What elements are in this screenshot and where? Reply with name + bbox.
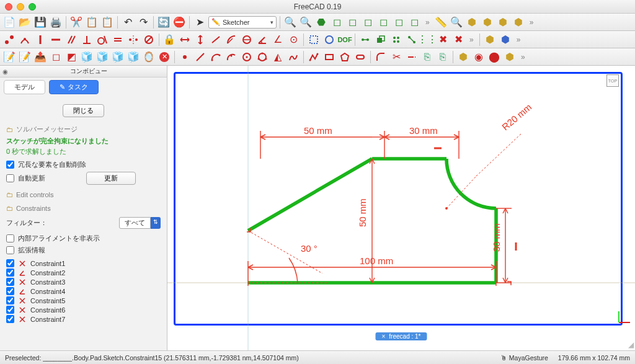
- copy-sketch-icon[interactable]: [389, 33, 403, 47]
- cube-right-icon[interactable]: ⬢: [512, 16, 525, 29]
- toggle-construction-icon[interactable]: [307, 33, 321, 47]
- constr-internal-icon[interactable]: ⊙: [286, 33, 300, 47]
- mirror-sketch-icon[interactable]: 🪞: [142, 50, 156, 64]
- constraints-header[interactable]: 🗀 Constraints: [6, 205, 161, 212]
- constr-tangent-icon[interactable]: [95, 33, 109, 47]
- refresh-icon[interactable]: 🔄: [157, 16, 171, 29]
- constraint-checkbox[interactable]: [6, 296, 14, 304]
- point-icon[interactable]: [178, 50, 192, 64]
- arc-icon[interactable]: [209, 50, 223, 64]
- close-window-button[interactable]: [5, 3, 12, 11]
- constr-distanceY-icon[interactable]: [193, 33, 207, 47]
- array-icon[interactable]: ⋮⋮: [420, 33, 434, 47]
- view-section-icon[interactable]: ◩: [64, 50, 78, 64]
- view-rear-icon[interactable]: ◻: [376, 16, 390, 29]
- minimize-window-button[interactable]: [17, 3, 24, 11]
- file-open-icon[interactable]: 📂: [18, 16, 32, 29]
- circle-3p-icon[interactable]: [255, 50, 269, 64]
- toolbar3-more-icon[interactable]: »: [518, 53, 528, 61]
- constr-equal-icon[interactable]: [111, 33, 125, 47]
- solver-messages-header[interactable]: 🗀 ソルバーメッセージ: [6, 125, 161, 134]
- polyline-icon[interactable]: [307, 50, 321, 64]
- reorient-icon[interactable]: 🧊: [95, 50, 109, 64]
- measure-icon[interactable]: 📏: [434, 16, 448, 29]
- workbench-selector[interactable]: ✏️ Sketcher ▾: [208, 16, 277, 29]
- toggle-driving-icon[interactable]: [322, 33, 336, 47]
- undo-icon[interactable]: ↶: [121, 16, 135, 29]
- constr-vertical-icon[interactable]: [33, 33, 47, 47]
- connect-icon[interactable]: [358, 33, 372, 47]
- file-new-icon[interactable]: 📄: [2, 16, 16, 29]
- constr-horizontal-icon[interactable]: [49, 33, 63, 47]
- filter-select-arrows-icon[interactable]: ⇅: [151, 217, 161, 229]
- redo-icon[interactable]: ↷: [136, 16, 150, 29]
- constraint-item[interactable]: Constraint6: [6, 305, 161, 314]
- filter-select[interactable]: すべて: [119, 217, 151, 229]
- external-icon[interactable]: ⎘: [420, 50, 434, 64]
- toolbar2-more2-icon[interactable]: »: [514, 35, 523, 44]
- constraint-checkbox[interactable]: [6, 306, 14, 314]
- cut-icon[interactable]: ✂️: [69, 16, 83, 29]
- constraint-checkbox[interactable]: [6, 287, 14, 295]
- update-button[interactable]: 更新: [86, 172, 136, 185]
- constr-symmetric-icon[interactable]: [127, 33, 140, 47]
- view-top-icon[interactable]: ◻: [345, 16, 359, 29]
- close-task-button[interactable]: 閉じる: [63, 104, 104, 117]
- hide-internal-checkbox[interactable]: [6, 234, 14, 242]
- edit-controls-header[interactable]: 🗀 Edit controls: [6, 191, 161, 198]
- constraint-checkbox[interactable]: [6, 269, 14, 277]
- cube-top-icon[interactable]: ⬢: [496, 16, 510, 29]
- circle-icon[interactable]: [240, 50, 254, 64]
- copy-icon[interactable]: 📋: [85, 16, 99, 29]
- constraint-item[interactable]: Constraint7: [6, 314, 161, 324]
- constr-parallel-icon[interactable]: [64, 33, 78, 47]
- constr-block-icon[interactable]: [142, 33, 156, 47]
- move-icon[interactable]: [405, 33, 419, 47]
- viewport-3d[interactable]: TOP: [167, 66, 635, 350]
- zoom-all-icon[interactable]: 🔍: [299, 16, 313, 29]
- part-sphere-icon[interactable]: ⬤: [487, 50, 501, 64]
- view-left-icon[interactable]: ◻: [407, 16, 421, 29]
- view-right-icon[interactable]: ◻: [361, 16, 375, 29]
- maximize-window-button[interactable]: [29, 3, 36, 11]
- constraint-checkbox[interactable]: [6, 259, 14, 267]
- map-sketch-icon[interactable]: 🧊: [80, 50, 94, 64]
- zoom-fit-icon[interactable]: 🔍: [283, 16, 297, 29]
- constr-diameter-icon[interactable]: [240, 33, 254, 47]
- close-doc-icon[interactable]: ×: [382, 333, 386, 340]
- status-nav-style[interactable]: 🖱 MayaGesture: [500, 354, 548, 362]
- extend-icon[interactable]: [405, 50, 419, 64]
- clone-icon[interactable]: [374, 33, 388, 47]
- delete-constr-icon[interactable]: ✖: [436, 33, 450, 47]
- view-sketch-icon[interactable]: ◻: [49, 50, 63, 64]
- dim-100mm-label[interactable]: 100 mm: [360, 255, 393, 266]
- constraint-checkbox[interactable]: [6, 315, 14, 323]
- toolbar-more-icon[interactable]: »: [423, 18, 432, 27]
- constr-angle-icon[interactable]: [255, 33, 269, 47]
- cube-iso-icon[interactable]: ⬢: [465, 16, 479, 29]
- dim-50mm-v-label[interactable]: 50 mm: [357, 198, 368, 227]
- view-iso-icon[interactable]: ⬣: [314, 16, 328, 29]
- leave-sketch-icon[interactable]: 📤: [33, 50, 47, 64]
- merge-icon[interactable]: 🧊: [127, 50, 140, 64]
- ext-info-checkbox[interactable]: [6, 246, 14, 254]
- tab-model[interactable]: モデル: [4, 80, 45, 94]
- constraint-item[interactable]: Constraint5: [6, 296, 161, 305]
- fillet-icon[interactable]: [374, 50, 388, 64]
- stop-icon[interactable]: ⛔: [172, 16, 186, 29]
- polygon-icon[interactable]: [338, 50, 352, 64]
- constraint-item[interactable]: Constraint3: [6, 277, 161, 286]
- new-sketch-icon[interactable]: 📝: [2, 50, 16, 64]
- part-body-icon[interactable]: ⬢: [499, 33, 512, 47]
- toolbar2-more-icon[interactable]: »: [467, 35, 476, 44]
- resize-grip-icon[interactable]: ◢: [628, 340, 634, 349]
- auto-remove-redundant-checkbox[interactable]: [6, 161, 14, 169]
- delete-geom-icon[interactable]: ✖: [451, 33, 465, 47]
- slot-icon[interactable]: [353, 50, 367, 64]
- part-workbench-icon[interactable]: ⬢: [483, 33, 497, 47]
- line-icon[interactable]: [193, 50, 207, 64]
- zoom-in-icon[interactable]: 🔍: [450, 16, 463, 29]
- constr-lock-icon[interactable]: 🔒: [162, 33, 176, 47]
- dim-r20-label[interactable]: R20 mm: [500, 102, 533, 132]
- sketch-canvas[interactable]: 50 mm 30 mm R20 mm: [167, 66, 635, 350]
